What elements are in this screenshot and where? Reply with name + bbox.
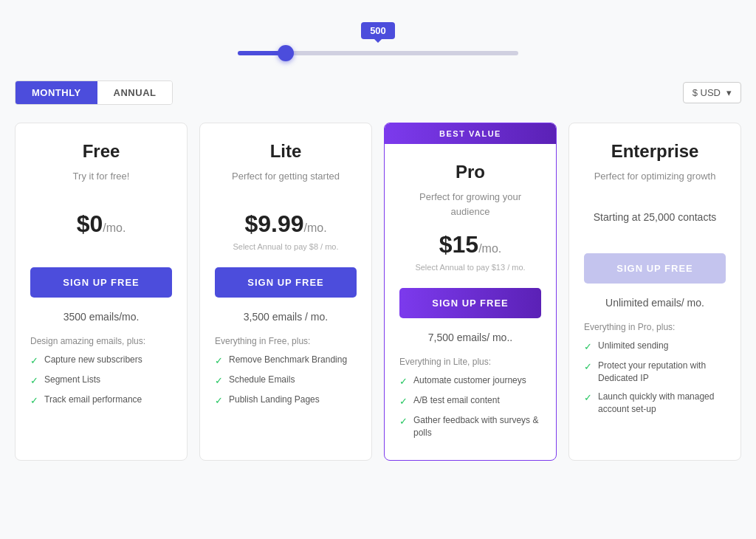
plan-price-enterprise: Starting at 25,000 contacts: [584, 210, 726, 224]
plan-cta-lite[interactable]: SIGN UP FREE: [215, 267, 357, 298]
plan-price-lite: $9.99/mo.: [215, 210, 357, 238]
check-icon: ✓: [584, 360, 592, 374]
feature-text: Capture new subscribers: [44, 354, 142, 366]
feature-item: ✓ Gather feedback with surveys & polls: [399, 414, 541, 439]
plan-desc-enterprise: Perfect for optimizing growth: [584, 169, 726, 199]
plan-body-enterprise: Enterprise Perfect for optimizing growth…: [569, 123, 740, 460]
page-wrapper: 500 MONTHLY ANNUAL $ USD ▾ Free Try it f…: [15, 15, 741, 461]
plan-emails-free: 3500 emails/mo.: [30, 311, 172, 323]
feature-text: Schedule Emails: [229, 374, 295, 386]
plan-name-enterprise: Enterprise: [584, 141, 726, 162]
plan-card-free: Free Try it for free! $0/mo. SIGN UP FRE…: [15, 123, 188, 461]
currency-label: $ USD: [693, 87, 721, 98]
plan-price-pro: $15/mo.: [399, 231, 541, 258]
feature-item: ✓ Publish Landing Pages: [215, 394, 357, 408]
plan-features-header-pro: Everything in Lite, plus:: [399, 357, 541, 367]
check-icon: ✓: [215, 374, 223, 388]
plan-body-pro: Pro Perfect for growing your audience $1…: [385, 144, 556, 460]
plan-price-free: $0/mo.: [30, 210, 172, 238]
feature-text: Protect your reputation with Dedicated I…: [598, 360, 726, 385]
currency-selector[interactable]: $ USD ▾: [683, 82, 741, 103]
plan-body-lite: Lite Perfect for getting started $9.99/m…: [200, 123, 371, 460]
feature-item: ✓ Schedule Emails: [215, 374, 357, 388]
feature-text: Gather feedback with surveys & polls: [413, 414, 541, 439]
contacts-slider[interactable]: [238, 51, 518, 55]
plan-price-amount: $15: [439, 231, 478, 258]
feature-item: ✓ Segment Lists: [30, 374, 172, 388]
billing-row: MONTHLY ANNUAL $ USD ▾: [15, 80, 741, 105]
check-icon: ✓: [30, 394, 38, 408]
feature-text: A/B test email content: [413, 394, 500, 407]
best-value-banner: BEST VALUE: [385, 123, 556, 144]
feature-item: ✓ Track email performance: [30, 394, 172, 408]
plan-annual-note-lite: Select Annual to pay $8 / mo.: [215, 242, 357, 254]
check-icon: ✓: [215, 354, 223, 368]
plan-features-list-pro: ✓ Automate customer journeys ✓ A/B test …: [399, 374, 541, 445]
plan-cta-pro[interactable]: SIGN UP FREE: [399, 288, 541, 318]
plan-name-free: Free: [30, 141, 172, 162]
annual-button[interactable]: ANNUAL: [97, 81, 173, 104]
feature-item: ✓ Automate customer journeys: [399, 374, 541, 388]
monthly-button[interactable]: MONTHLY: [16, 81, 97, 104]
plan-price-amount: $9.99: [244, 210, 303, 237]
feature-item: ✓ A/B test email content: [399, 394, 541, 408]
check-icon: ✓: [399, 415, 408, 428]
check-icon: ✓: [399, 375, 408, 388]
plan-features-header-enterprise: Everything in Pro, plus:: [584, 322, 726, 332]
plan-desc-pro: Perfect for growing your audience: [399, 190, 541, 219]
slider-section: 500: [15, 15, 741, 58]
feature-text: Remove Benchmark Branding: [229, 354, 347, 366]
plan-price-period: /mo.: [103, 222, 126, 234]
plan-features-list-enterprise: ✓ Unlimited sending ✓ Protect your reput…: [584, 340, 726, 421]
feature-text: Segment Lists: [44, 374, 100, 386]
plan-card-lite: Lite Perfect for getting started $9.99/m…: [199, 123, 372, 461]
feature-item: ✓ Launch quickly with managed account se…: [584, 391, 726, 416]
feature-item: ✓ Unlimited sending: [584, 340, 726, 354]
plan-name-pro: Pro: [399, 162, 541, 182]
plan-cta-free[interactable]: SIGN UP FREE: [30, 267, 172, 298]
feature-text: Automate customer journeys: [413, 374, 526, 387]
billing-toggle: MONTHLY ANNUAL: [15, 80, 173, 105]
check-icon: ✓: [584, 340, 592, 354]
check-icon: ✓: [30, 374, 38, 388]
plan-annual-note-free: [30, 242, 172, 254]
plan-desc-free: Try it for free!: [30, 169, 172, 199]
plans-grid: Free Try it for free! $0/mo. SIGN UP FRE…: [15, 123, 741, 461]
plan-emails-lite: 3,500 emails / mo.: [215, 311, 357, 323]
plan-body-free: Free Try it for free! $0/mo. SIGN UP FRE…: [16, 123, 187, 460]
plan-card-enterprise: Enterprise Perfect for optimizing growth…: [568, 123, 741, 461]
chevron-down-icon: ▾: [726, 87, 732, 98]
feature-item: ✓ Capture new subscribers: [30, 354, 172, 368]
plan-desc-lite: Perfect for getting started: [215, 169, 357, 199]
check-icon: ✓: [30, 354, 38, 368]
feature-item: ✓ Remove Benchmark Branding: [215, 354, 357, 368]
feature-text: Publish Landing Pages: [229, 394, 320, 406]
plan-annual-note-enterprise: [584, 228, 726, 240]
plan-features-header-lite: Everything in Free, plus:: [215, 336, 357, 346]
plan-price-period: /mo.: [303, 222, 326, 234]
feature-text: Launch quickly with managed account set-…: [598, 391, 726, 416]
plan-annual-note-pro: Select Annual to pay $13 / mo.: [399, 263, 541, 275]
slider-value-bubble: 500: [361, 22, 395, 39]
check-icon: ✓: [399, 395, 408, 408]
plan-price-period: /mo.: [478, 242, 501, 255]
plan-cta-enterprise[interactable]: SIGN UP FREE: [584, 253, 726, 284]
feature-text: Track email performance: [44, 394, 142, 406]
slider-container: [238, 45, 518, 58]
plan-features-list-lite: ✓ Remove Benchmark Branding ✓ Schedule E…: [215, 354, 357, 414]
check-icon: ✓: [215, 394, 223, 408]
plan-features-list-free: ✓ Capture new subscribers ✓ Segment List…: [30, 354, 172, 414]
plan-card-pro: BEST VALUE Pro Perfect for growing your …: [384, 123, 557, 461]
plan-emails-enterprise: Unlimited emails/ mo.: [584, 297, 726, 309]
plan-features-header-free: Design amazing emails, plus:: [30, 336, 172, 346]
plan-name-lite: Lite: [215, 141, 357, 162]
plan-price-amount: $0: [77, 210, 103, 237]
plan-emails-pro: 7,500 emails/ mo..: [399, 332, 541, 343]
feature-text: Unlimited sending: [598, 340, 668, 352]
feature-item: ✓ Protect your reputation with Dedicated…: [584, 360, 726, 385]
check-icon: ✓: [584, 391, 592, 405]
plan-price-text: Starting at 25,000 contacts: [594, 211, 717, 223]
